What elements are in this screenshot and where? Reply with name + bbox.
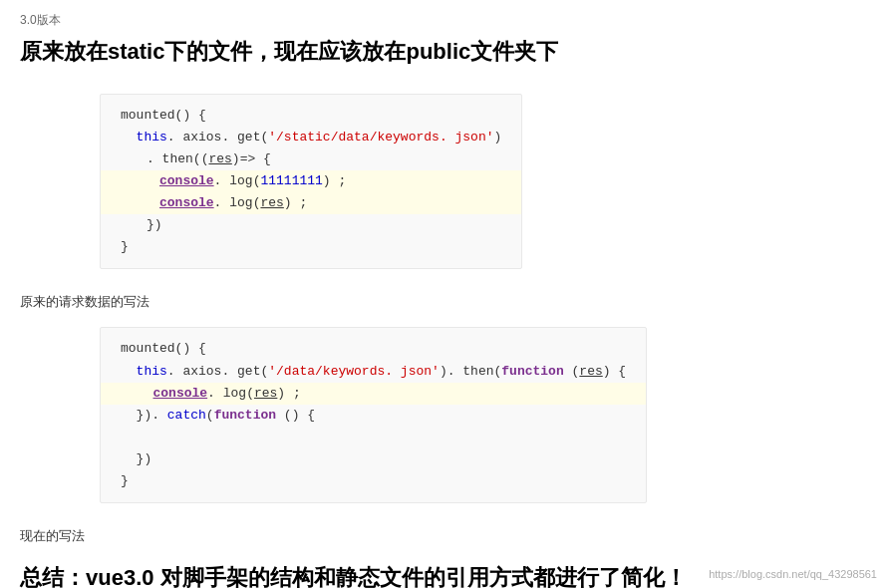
code-line: }). catch(function () { xyxy=(121,405,626,427)
code-line: mounted() { xyxy=(121,338,626,360)
code-line: console. log(11111111) ; xyxy=(121,170,501,192)
section-label-2: 现在的写法 xyxy=(20,527,865,545)
code-line: }) xyxy=(121,448,626,470)
code-line: } xyxy=(121,236,501,258)
code-line: }) xyxy=(121,214,501,236)
watermark: https://blog.csdn.net/qq_43298561 xyxy=(709,568,877,580)
code-line: this. axios. get('/data/keywords. json')… xyxy=(121,361,626,383)
section-label-1: 原来的请求数据的写法 xyxy=(20,293,865,311)
main-title: 原来放在static下的文件，现在应该放在public文件夹下 xyxy=(20,37,865,68)
code-line: . then((res)=> { xyxy=(121,148,501,170)
code-line: console. log(res) ; xyxy=(121,192,501,214)
code-line: this. axios. get('/static/data/keywords.… xyxy=(121,127,501,148)
code-line xyxy=(121,427,626,448)
code-line: } xyxy=(121,470,626,492)
code-block-1: mounted() { this. axios. get('/static/da… xyxy=(100,94,522,270)
code-line: console. log(res) ; xyxy=(121,383,626,405)
version-tag: 3.0版本 xyxy=(20,12,865,29)
code-line: mounted() { xyxy=(121,105,501,127)
code-block-2: mounted() { this. axios. get('/data/keyw… xyxy=(100,327,647,503)
